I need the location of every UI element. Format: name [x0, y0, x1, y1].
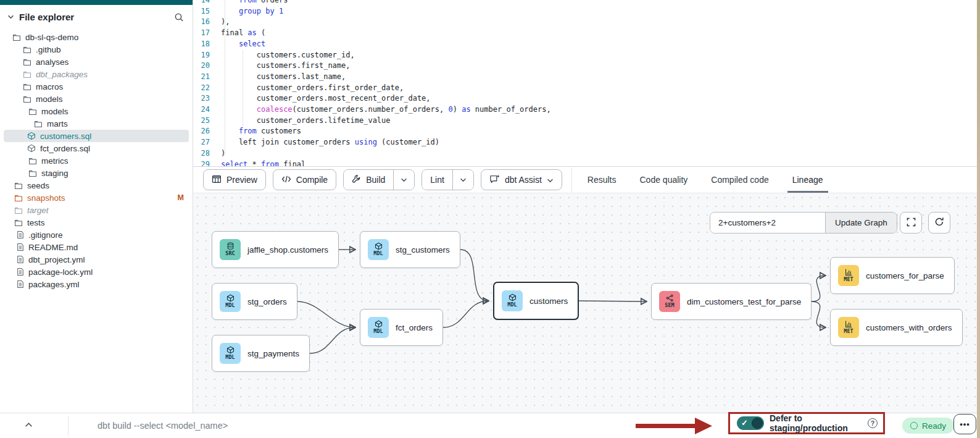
line-number: 29 [193, 159, 215, 167]
tree-item-tests[interactable]: tests [4, 216, 189, 229]
folder-icon [34, 120, 43, 128]
code-text: customers.customer_id, [215, 50, 355, 61]
graph-selector-input[interactable] [710, 213, 825, 233]
lint-dropdown-chevron-icon[interactable] [452, 170, 473, 190]
code-line-28[interactable]: 28) [193, 148, 977, 159]
command-bar: dbt build --select <model_name> ✓ Defer … [0, 413, 980, 438]
code-line-21[interactable]: 21 customers.last_name, [193, 72, 977, 83]
annotation-arrow [636, 417, 712, 435]
line-number: 28 [193, 148, 215, 159]
command-bar-divider [68, 416, 69, 436]
command-input[interactable]: dbt build --select <model_name> [98, 413, 357, 438]
assist-chevron-down-icon [547, 175, 554, 185]
code-line-18[interactable]: 18 select [193, 39, 977, 50]
update-graph-button[interactable]: Update Graph [825, 213, 897, 233]
file-icon [17, 280, 24, 288]
lineage-node-customers_for_parse[interactable]: METcustomers_for_parse [830, 257, 955, 294]
code-line-19[interactable]: 19 customers.customer_id, [193, 50, 977, 61]
code-line-17[interactable]: 17final as ( [193, 28, 977, 39]
badge-label: SRC [225, 250, 235, 256]
tree-item-README.md[interactable]: README.md [4, 241, 189, 253]
lineage-node-jaffle_shop.customers[interactable]: SRCjaffle_shop.customers [212, 231, 339, 268]
folder-icon [28, 169, 37, 177]
preview-button[interactable]: Preview [203, 169, 266, 190]
tab-code-quality[interactable]: Code quality [628, 167, 699, 193]
semantic-model-icon [666, 294, 674, 302]
defer-toggle[interactable]: ✓ [737, 416, 764, 430]
lineage-node-stg_orders[interactable]: MDLstg_orders [212, 283, 297, 320]
tree-item-dbt_packages[interactable]: dbt_packages [4, 68, 189, 80]
node-label: stg_orders [247, 297, 287, 306]
tree-item-marts[interactable]: marts [4, 117, 189, 130]
line-number: 25 [193, 116, 215, 127]
lineage-node-customers[interactable]: MDLcustomers [493, 282, 579, 320]
code-line-23[interactable]: 23 customer_orders.most_recent_order_dat… [193, 93, 977, 104]
tree-item-label: snapshots [27, 193, 65, 203]
tree-item-macros[interactable]: macros [4, 80, 189, 93]
lineage-node-stg_payments[interactable]: MDLstg_payments [212, 335, 310, 372]
tree-item-customers.sql[interactable]: customers.sql [4, 130, 189, 142]
code-text: from customers [215, 126, 301, 137]
tree-item-packages.yml[interactable]: packages.yml [4, 278, 189, 290]
code-line-24[interactable]: 24 coalesce(customer_orders.number_of_or… [193, 104, 977, 116]
lineage-node-fct_orders[interactable]: MDLfct_orders [360, 309, 443, 346]
lineage-node-stg_customers[interactable]: MDLstg_customers [360, 231, 460, 268]
tree-item-models[interactable]: models [4, 105, 189, 117]
line-number: 19 [193, 50, 215, 61]
code-line-15[interactable]: 15 group by 1 [193, 6, 977, 17]
help-icon[interactable]: ? [868, 418, 878, 428]
dbt-assist-button[interactable]: dbt Assist [481, 169, 562, 190]
fullscreen-icon [907, 217, 916, 229]
badge-label: MDL [507, 301, 517, 308]
build-dropdown-chevron-icon[interactable] [393, 170, 414, 190]
code-line-29[interactable]: 29select * from final [193, 159, 977, 167]
graph-filter-group: Update Graph [710, 212, 897, 234]
lint-button[interactable]: Lint [422, 170, 452, 190]
page-scrollbar[interactable] [977, 0, 980, 438]
tab-compiled-code[interactable]: Compiled code [699, 167, 780, 193]
tab-lineage[interactable]: Lineage [781, 167, 835, 193]
tree-item-label: target [27, 206, 49, 215]
code-line-25[interactable]: 25 customer_orders.lifetime_value [193, 116, 977, 127]
database-icon [226, 242, 235, 250]
tree-item-models[interactable]: models [4, 93, 189, 105]
code-line-22[interactable]: 22 customer_orders.first_order_date, [193, 83, 977, 94]
code-line-14[interactable]: 14 from orders [193, 0, 977, 6]
chevron-down-icon[interactable] [7, 15, 14, 19]
command-bar-collapse-button[interactable] [23, 419, 34, 431]
editor-toolbar: Preview Compile Build Lint dbt Assi [193, 167, 977, 193]
build-button[interactable]: Build [344, 170, 393, 190]
more-options-button[interactable]: ••• [953, 414, 976, 434]
tree-item-target[interactable]: target [4, 204, 189, 216]
lineage-node-dim_customers_test_for_parse[interactable]: SEMdim_customers_test_for_parse [651, 283, 812, 320]
tree-item-analyses[interactable]: analyses [4, 56, 189, 68]
code-line-26[interactable]: 26 from customers [193, 126, 977, 137]
folder-icon [12, 33, 21, 41]
tree-item-.gitignore[interactable]: .gitignore [4, 229, 189, 241]
tree-item-metrics[interactable]: metrics [4, 154, 189, 167]
lineage-node-customers_with_orders[interactable]: METcustomers_with_orders [830, 309, 963, 346]
tree-item-seeds[interactable]: seeds [4, 179, 189, 192]
tree-item-.github[interactable]: .github [4, 43, 189, 56]
badge-label: MDL [373, 328, 383, 334]
cube-icon [509, 293, 517, 301]
tree-item-staging[interactable]: staging [4, 167, 189, 179]
code-line-16[interactable]: 16), [193, 17, 977, 28]
refresh-button[interactable] [928, 212, 950, 234]
tree-item-db-sl-qs-demo[interactable]: db-sl-qs-demo [4, 31, 189, 43]
code-editor[interactable]: 14 from orders15 group by 116),17final a… [193, 0, 977, 167]
lineage-edge [579, 301, 646, 301]
tree-item-dbt_project.yml[interactable]: dbt_project.yml [4, 253, 189, 266]
search-icon[interactable] [174, 12, 184, 22]
tree-item-package-lock.yml[interactable]: package-lock.yml [4, 266, 189, 278]
tab-results[interactable]: Results [576, 167, 628, 193]
tree-item-fct_orders.sql[interactable]: fct_orders.sql [4, 142, 189, 154]
chevron-up-icon [25, 420, 33, 429]
fullscreen-button[interactable] [900, 212, 922, 234]
cube-icon [27, 132, 36, 140]
code-line-20[interactable]: 20 customers.first_name, [193, 61, 977, 72]
code-line-27[interactable]: 27 left join customer_orders using (cust… [193, 137, 977, 148]
compile-button[interactable]: Compile [273, 169, 336, 190]
tree-item-snapshots[interactable]: snapshotsM [4, 192, 189, 204]
node-label: jaffle_shop.customers [247, 245, 328, 255]
